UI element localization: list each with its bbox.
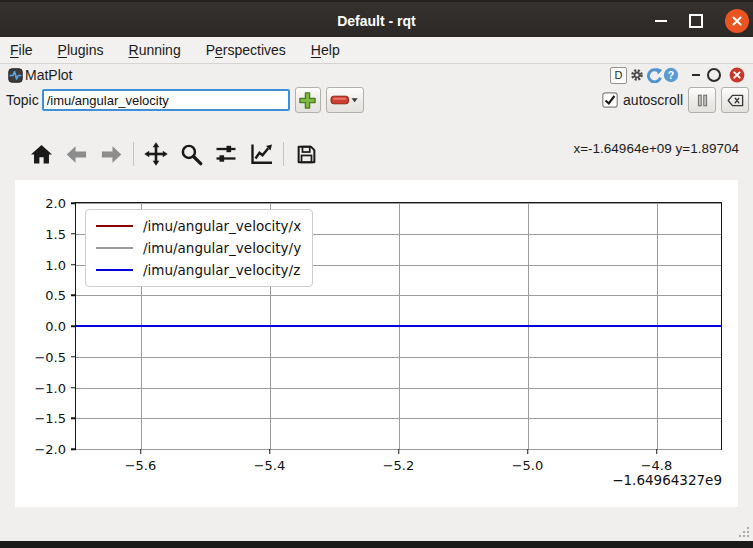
window-maximize-icon[interactable] [689,14,703,28]
legend: /imu/angular_velocity/x/imu/angular_velo… [85,209,313,287]
settings-gear-icon[interactable] [629,67,645,83]
toolbar-separator [133,142,134,166]
y-tick-label: −1.0 [34,380,66,395]
close-x-icon [725,9,749,33]
y-tick-mark [71,295,76,297]
home-icon [30,143,53,166]
home-button[interactable] [28,141,54,167]
y-tick-mark [71,356,76,358]
pan-arrows-icon [144,142,168,166]
y-tick-mark [71,233,76,235]
dock-minimize-dash-icon[interactable] [692,74,700,76]
green-plus-icon [298,91,317,110]
sliders-icon [214,142,238,166]
menu-help[interactable]: Help [311,42,340,58]
y-tick-label: 1.0 [45,257,66,272]
configure-subplots-button[interactable] [213,141,239,167]
menu-bar: File Plugins Running Perspectives Help [0,37,753,64]
backspace-clear-icon [726,92,745,109]
floppy-save-icon [295,143,318,166]
pause-button[interactable] [688,87,716,113]
menu-running[interactable]: Running [129,42,181,58]
legend-label: /imu/angular_velocity/z [143,262,300,278]
series-line [76,325,721,327]
toolbar-separator [283,142,284,166]
x-tick-mark [398,449,400,454]
arrow-right-icon [100,143,123,166]
y-tick-label: −2.0 [34,442,66,457]
x-tick-mark [140,449,142,454]
x-tick-label: −5.2 [383,458,415,473]
topic-label: Topic [6,92,39,108]
legend-label: /imu/angular_velocity/y [143,240,301,256]
reload-icon[interactable] [646,67,662,83]
remove-topic-button[interactable] [326,87,364,113]
resize-grip[interactable] [738,526,751,539]
legend-line-sample [96,247,133,249]
dock-title-label: MatPlot [25,67,72,83]
autoscroll-cluster: autoscroll [602,86,749,114]
edit-plot-button[interactable] [248,141,274,167]
dock-close-button[interactable] [729,67,745,83]
legend-line-sample [96,269,133,271]
y-tick-label: 2.0 [45,196,66,211]
help-icon[interactable]: ? [663,67,679,83]
window-title: Default - rqt [0,2,753,39]
y-tick-mark [71,202,76,204]
legend-line-sample [96,225,133,227]
plot-axes[interactable]: /imu/angular_velocity/x/imu/angular_velo… [75,202,722,450]
y-tick-label: −0.5 [34,349,66,364]
y-tick-mark [71,325,76,327]
y-tick-label: 0.5 [45,288,66,303]
svg-text:?: ? [668,69,674,81]
menu-plugins[interactable]: Plugins [58,42,104,58]
x-tick-label: −5.4 [254,458,286,473]
menu-file[interactable]: File [10,42,33,58]
dock-float-circle-icon[interactable] [707,68,721,82]
y-tick-mark [71,418,76,420]
legend-entry: /imu/angular_velocity/z [96,260,301,280]
x-tick-label: −5.0 [512,458,544,473]
window-close-button[interactable] [725,9,749,33]
autoscroll-checkbox[interactable] [602,92,618,108]
pan-button[interactable] [143,141,169,167]
autoscroll-label: autoscroll [623,92,683,108]
back-button[interactable] [63,141,89,167]
y-tick-mark [71,387,76,389]
menu-perspectives[interactable]: Perspectives [206,42,286,58]
topic-input[interactable] [42,89,290,111]
add-topic-button[interactable] [295,87,321,113]
cursor-coordinates: x=-1.64964e+09 y=1.89704 [573,141,739,156]
window-minimize-icon[interactable] [655,20,667,22]
window-titlebar: Default - rqt [0,0,753,39]
forward-button[interactable] [98,141,124,167]
y-tick-mark [71,264,76,266]
y-tick-label: −1.5 [34,411,66,426]
pause-icon [694,92,711,109]
x-tick-label: −5.6 [125,458,157,473]
x-tick-mark [656,449,658,454]
x-axis-offset-text: −1.64964327e9 [612,472,722,488]
save-button[interactable] [293,141,319,167]
red-minus-dropdown-icon [330,92,360,108]
legend-entry: /imu/angular_velocity/y [96,238,301,258]
matplot-waveform-icon [8,68,23,83]
arrow-left-icon [65,143,88,166]
decorator-d-button[interactable]: D [610,67,627,84]
y-tick-label: 0.0 [45,319,66,334]
x-tick-label: −4.8 [641,458,673,473]
x-tick-mark [527,449,529,454]
plot-nav-toolbar [28,141,319,167]
x-tick-mark [269,449,271,454]
background-window-strip [0,541,753,548]
clear-button[interactable] [721,87,749,113]
magnifier-icon [180,143,203,166]
y-tick-mark [71,448,76,450]
plot-figure[interactable]: /imu/angular_velocity/x/imu/angular_velo… [15,180,738,507]
line-chart-icon [249,142,274,166]
legend-entry: /imu/angular_velocity/x [96,216,301,236]
legend-label: /imu/angular_velocity/x [143,218,301,234]
y-tick-label: 1.5 [45,226,66,241]
matplot-dock-header: MatPlot D ? [0,64,753,86]
zoom-button[interactable] [178,141,204,167]
